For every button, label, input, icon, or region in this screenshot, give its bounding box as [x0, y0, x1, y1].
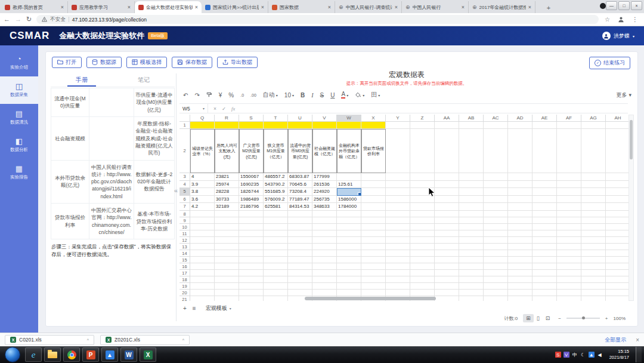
cell-V2[interactable]: 社会融资规模（亿元）	[312, 129, 337, 173]
cell-AC8[interactable]	[484, 211, 508, 217]
cell-AB19[interactable]	[459, 283, 484, 290]
cell-S3[interactable]: 1550067	[239, 173, 264, 181]
cell-R8[interactable]	[215, 211, 239, 217]
fill-color-icon[interactable]: ▾	[355, 92, 364, 98]
volume-icon[interactable]: ◀	[597, 352, 603, 358]
cell-AA2[interactable]	[435, 129, 459, 173]
cell-AH8[interactable]	[606, 211, 630, 217]
cell-AB8[interactable]	[459, 211, 484, 217]
zoom-in-icon[interactable]: +	[605, 316, 608, 321]
column-header-AB[interactable]: AB	[459, 115, 484, 122]
browser-tab[interactable]: 应用教学学习×	[68, 1, 135, 13]
cell-Y5[interactable]	[386, 188, 410, 196]
cell-AE20[interactable]	[532, 290, 557, 296]
cell-AD16[interactable]	[508, 263, 532, 270]
column-header-AE[interactable]: AE	[532, 115, 557, 122]
cell-Y1[interactable]	[386, 122, 410, 129]
cell-Y10[interactable]	[386, 224, 410, 230]
cell-V7[interactable]: 348633	[312, 203, 337, 211]
row-header-12[interactable]: 12	[179, 237, 190, 244]
column-view-icon[interactable]: ▯	[534, 314, 543, 322]
cell-U13[interactable]	[288, 244, 312, 250]
cell-AB17[interactable]	[459, 270, 484, 276]
cell-X8[interactable]	[361, 211, 386, 217]
cell-AA4[interactable]	[435, 181, 459, 189]
cell-Q11[interactable]	[190, 230, 215, 237]
cell-R15[interactable]	[215, 257, 239, 263]
cell-AG20[interactable]	[581, 290, 606, 296]
chevron-up-icon[interactable]: ^	[87, 338, 89, 342]
cell-T6[interactable]: 576009.2	[264, 196, 288, 204]
row-header-9[interactable]: 9	[179, 217, 190, 224]
cell-AA5[interactable]	[435, 188, 459, 196]
cell-AC14[interactable]	[484, 250, 508, 257]
cell-AG1[interactable]	[581, 122, 606, 129]
cell-R16[interactable]	[215, 263, 239, 270]
cell-AH19[interactable]	[606, 283, 630, 290]
cell-Y11[interactable]	[386, 230, 410, 237]
cell-AB10[interactable]	[459, 224, 484, 230]
close-button[interactable]: ×	[631, 1, 642, 10]
row-header-2[interactable]: 2	[179, 129, 190, 173]
cell-V10[interactable]	[312, 224, 337, 230]
cell-X9[interactable]	[361, 217, 386, 224]
back-icon[interactable]: ←	[4, 16, 10, 23]
add-sheet-icon[interactable]: +	[183, 305, 187, 312]
cell-R1[interactable]	[215, 122, 239, 129]
cell-W18[interactable]	[337, 276, 361, 283]
cell-X19[interactable]	[361, 283, 386, 290]
cell-AC11[interactable]	[484, 230, 508, 237]
ie-icon[interactable]: e	[25, 347, 42, 362]
maximize-button[interactable]: □	[618, 1, 630, 10]
browser-tab[interactable]: 金融大数据处理实验软件×	[135, 1, 202, 13]
cell-AD9[interactable]	[508, 217, 532, 224]
cell-R5[interactable]: 28228	[215, 188, 239, 196]
new-tab-button[interactable]: +	[544, 4, 553, 11]
cell-AB13[interactable]	[459, 244, 484, 250]
cell-AD6[interactable]	[508, 196, 532, 204]
cell-Y14[interactable]	[386, 250, 410, 257]
paint-format-icon[interactable]	[206, 92, 212, 98]
row-header-17[interactable]: 17	[179, 270, 190, 276]
cell-AE2[interactable]	[532, 129, 557, 173]
cell-X7[interactable]	[361, 203, 386, 211]
cell-AC17[interactable]	[484, 270, 508, 276]
tab-notes[interactable]: 笔记	[113, 73, 175, 87]
cell-V12[interactable]	[312, 237, 337, 244]
cell-AF6[interactable]	[557, 196, 581, 204]
cell-W17[interactable]	[337, 270, 361, 276]
cell-Z1[interactable]	[410, 122, 435, 129]
cell-AB16[interactable]	[459, 263, 484, 270]
cell-W4[interactable]: 125.61	[337, 181, 361, 189]
percent-format-icon[interactable]: %	[228, 92, 234, 99]
cell-R9[interactable]	[215, 217, 239, 224]
cell-S6[interactable]: 1986489	[239, 196, 264, 204]
cell-R13[interactable]	[215, 244, 239, 250]
row-header-15[interactable]: 15	[179, 257, 190, 263]
cell-S2[interactable]: 广义货币M2供应量(亿元)	[239, 129, 264, 173]
cell-AE16[interactable]	[532, 263, 557, 270]
column-header-S[interactable]: S	[239, 115, 264, 122]
currency-format-icon[interactable]: ¥	[219, 92, 222, 99]
forward-icon[interactable]: →	[15, 16, 21, 23]
toolbar-button-4[interactable]: 导出数据	[217, 57, 258, 68]
cell-Q10[interactable]	[190, 224, 215, 230]
cell-S8[interactable]	[239, 211, 264, 217]
cell-Q4[interactable]: 3.9	[190, 181, 215, 189]
cell-U6[interactable]: 77189.47	[288, 196, 312, 204]
cell-T13[interactable]	[264, 244, 288, 250]
cell-AF16[interactable]	[557, 263, 581, 270]
cell-Y13[interactable]	[386, 244, 410, 250]
browser-tab[interactable]: ⊕中国人民银行-调查统计司…×	[335, 1, 402, 13]
cell-X18[interactable]	[361, 276, 386, 283]
cell-AE17[interactable]	[532, 270, 557, 276]
chrome-icon[interactable]	[63, 347, 80, 362]
cell-Q18[interactable]	[190, 276, 215, 283]
cell-S13[interactable]	[239, 244, 264, 250]
cell-AG13[interactable]	[581, 244, 606, 250]
cell-Y2[interactable]	[386, 129, 410, 173]
cell-X17[interactable]	[361, 270, 386, 276]
sidebar-item-1[interactable]: ◫数据采集	[0, 76, 38, 104]
cell-AA10[interactable]	[435, 224, 459, 230]
cell-Z18[interactable]	[410, 276, 435, 283]
